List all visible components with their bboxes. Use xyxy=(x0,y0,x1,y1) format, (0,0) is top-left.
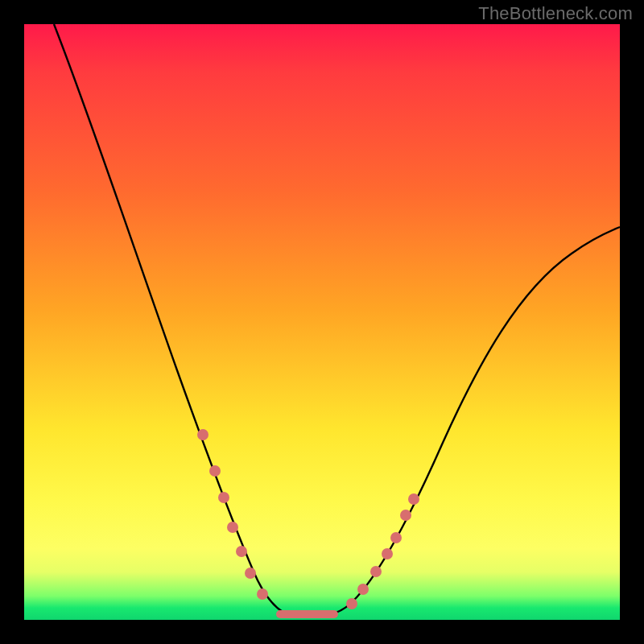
plot-area xyxy=(24,24,620,620)
highlight-dot xyxy=(236,546,247,557)
highlight-dot xyxy=(227,522,238,533)
highlight-dot xyxy=(197,429,208,440)
highlight-dot xyxy=(382,548,393,559)
watermark-text: TheBottleneck.com xyxy=(478,3,633,24)
highlight-dot xyxy=(400,510,411,521)
chart-frame: TheBottleneck.com xyxy=(0,0,644,644)
highlight-dot xyxy=(218,492,229,503)
highlight-dot xyxy=(408,493,419,505)
bottleneck-curve xyxy=(54,24,620,617)
highlight-dot xyxy=(245,568,256,579)
highlight-dot xyxy=(357,584,369,595)
curve-svg xyxy=(24,24,620,620)
highlight-dot xyxy=(370,566,382,577)
highlight-dot xyxy=(209,465,221,477)
highlight-dot xyxy=(346,598,357,609)
highlight-dot xyxy=(390,532,402,543)
highlight-dot xyxy=(257,588,268,600)
